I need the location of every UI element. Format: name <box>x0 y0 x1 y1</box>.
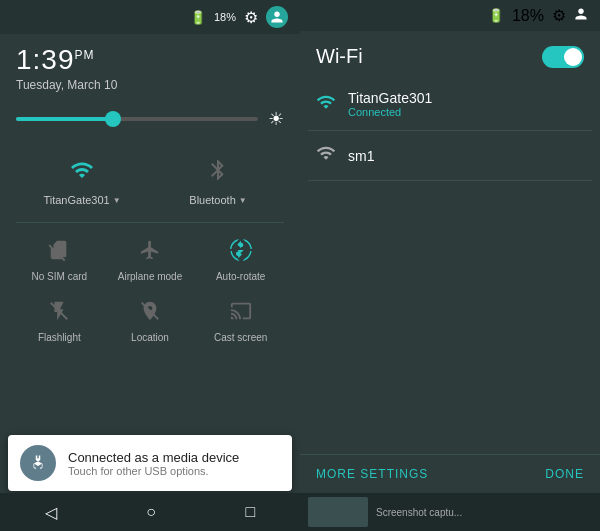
usb-notification-title: Connected as a media device <box>68 450 239 465</box>
qs-bluetooth[interactable]: Bluetooth ▼ <box>152 146 284 214</box>
right-gear-icon[interactable]: ⚙ <box>552 6 566 25</box>
qs-wifi[interactable]: TitanGate301 ▼ <box>16 146 148 214</box>
avatar-icon[interactable] <box>266 6 288 28</box>
brightness-icon: ☀ <box>268 108 284 130</box>
location-icon <box>139 300 161 327</box>
wifi-network-name: TitanGate301 <box>348 90 432 106</box>
screenshot-label: Screenshot captu... <box>376 507 462 518</box>
wifi-network-info: TitanGate301 Connected <box>348 90 432 118</box>
flashlight-icon <box>48 300 70 327</box>
right-battery-icon: 🔋 <box>488 8 504 23</box>
qs-flashlight[interactable]: Flashlight <box>16 292 103 349</box>
autorotate-label: Auto-rotate <box>216 271 265 282</box>
qs-autorotate[interactable]: Auto-rotate <box>197 231 284 288</box>
nosim-label: No SIM card <box>32 271 88 282</box>
wifi-signal-medium-icon <box>316 143 336 168</box>
nav-bar: ◁ ○ □ <box>0 493 300 531</box>
quick-settings-bottom: No SIM card Airplane mode Auto-rotate Fl… <box>0 223 300 357</box>
usb-notification-subtitle: Touch for other USB options. <box>68 465 239 477</box>
screenshot-thumbnail[interactable] <box>308 497 368 527</box>
cast-icon <box>230 300 252 327</box>
usb-text-area: Connected as a media device Touch for ot… <box>68 450 239 477</box>
wifi-toggle[interactable] <box>542 46 584 68</box>
home-button[interactable]: ○ <box>146 503 156 521</box>
usb-notification[interactable]: Connected as a media device Touch for ot… <box>8 435 292 491</box>
right-panel: 🔋 18% ⚙ Wi-Fi TitanGate301 Connected <box>300 0 600 531</box>
time-display: 1:39PM <box>16 44 284 76</box>
done-button[interactable]: DONE <box>545 467 584 481</box>
time-area: 1:39PM Tuesday, March 10 <box>0 34 300 100</box>
recents-button[interactable]: □ <box>246 503 256 521</box>
autorotate-icon <box>230 239 252 266</box>
nosim-icon <box>48 239 70 266</box>
back-button[interactable]: ◁ <box>45 503 57 522</box>
wifi-network-sm1[interactable]: sm1 <box>308 131 592 181</box>
brightness-row: ☀ <box>0 100 300 138</box>
bluetooth-icon <box>206 158 230 188</box>
usb-icon <box>20 445 56 481</box>
airplane-icon <box>139 239 161 266</box>
wifi-network-status: Connected <box>348 106 432 118</box>
left-status-bar: 🔋 18% ⚙ <box>0 0 300 34</box>
wifi-icon <box>70 158 94 188</box>
wifi-network-titangate[interactable]: TitanGate301 Connected <box>308 78 592 131</box>
battery-icon: 🔋 <box>190 10 206 25</box>
left-panel: 🔋 18% ⚙ 1:39PM Tuesday, March 10 ☀ Titan… <box>0 0 300 531</box>
brightness-slider[interactable] <box>16 117 258 121</box>
qs-nosim[interactable]: No SIM card <box>16 231 103 288</box>
wifi-header: Wi-Fi <box>300 31 600 78</box>
battery-text: 18% <box>214 11 236 23</box>
wifi-bottom-bar: MORE SETTINGS DONE <box>300 454 600 493</box>
wifi-sm1-info: sm1 <box>348 148 374 164</box>
qs-location[interactable]: Location <box>107 292 194 349</box>
screenshot-strip: Screenshot captu... <box>300 493 600 531</box>
location-label: Location <box>131 332 169 343</box>
wifi-sm1-name: sm1 <box>348 148 374 164</box>
bluetooth-label: Bluetooth ▼ <box>189 194 246 206</box>
flashlight-label: Flashlight <box>38 332 81 343</box>
right-status-bar: 🔋 18% ⚙ <box>300 0 600 31</box>
airplane-label: Airplane mode <box>118 271 182 282</box>
wifi-signal-strong-icon <box>316 92 336 117</box>
wifi-list: TitanGate301 Connected sm1 <box>300 78 600 454</box>
right-battery-text: 18% <box>512 7 544 25</box>
cast-label: Cast screen <box>214 332 267 343</box>
quick-settings-top: TitanGate301 ▼ Bluetooth ▼ <box>0 138 300 222</box>
qs-airplane[interactable]: Airplane mode <box>107 231 194 288</box>
wifi-title: Wi-Fi <box>316 45 363 68</box>
gear-icon[interactable]: ⚙ <box>244 8 258 27</box>
more-settings-button[interactable]: MORE SETTINGS <box>316 467 428 481</box>
date-display: Tuesday, March 10 <box>16 78 284 92</box>
qs-cast[interactable]: Cast screen <box>197 292 284 349</box>
right-avatar-icon[interactable] <box>574 7 588 25</box>
toggle-knob <box>564 48 582 66</box>
wifi-label: TitanGate301 ▼ <box>43 194 120 206</box>
